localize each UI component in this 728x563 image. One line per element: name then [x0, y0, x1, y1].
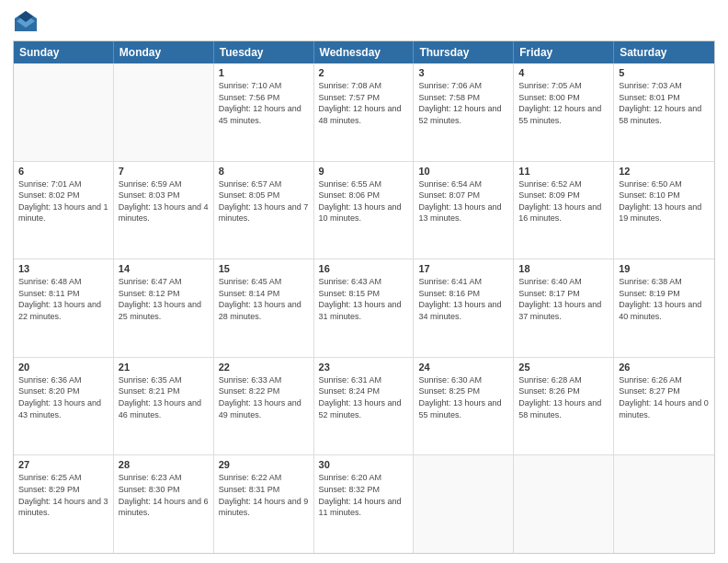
- day-number: 12: [619, 166, 710, 177]
- day-details: Sunrise: 6:26 AMSunset: 8:27 PMDaylight:…: [619, 374, 710, 420]
- day-details: Sunrise: 6:41 AMSunset: 8:16 PMDaylight:…: [418, 276, 508, 322]
- day-details: Sunrise: 6:55 AMSunset: 8:06 PMDaylight:…: [319, 178, 409, 224]
- day-number: 3: [418, 67, 508, 78]
- day-details: Sunrise: 7:01 AMSunset: 8:02 PMDaylight:…: [18, 178, 108, 224]
- day-number: 2: [319, 67, 409, 78]
- calendar-row-1: 1Sunrise: 7:10 AMSunset: 7:56 PMDaylight…: [14, 63, 714, 162]
- day-number: 4: [518, 67, 609, 78]
- day-number: 7: [119, 166, 209, 177]
- day-details: Sunrise: 7:06 AMSunset: 7:58 PMDaylight:…: [418, 80, 508, 126]
- day-details: Sunrise: 6:23 AMSunset: 8:30 PMDaylight:…: [119, 472, 209, 518]
- calendar: SundayMondayTuesdayWednesdayThursdayFrid…: [13, 40, 715, 554]
- day-cell-19: 19Sunrise: 6:38 AMSunset: 8:19 PMDayligh…: [614, 259, 714, 357]
- calendar-row-4: 20Sunrise: 6:36 AMSunset: 8:20 PMDayligh…: [14, 358, 714, 456]
- day-cell-12: 12Sunrise: 6:50 AMSunset: 8:10 PMDayligh…: [614, 162, 714, 259]
- day-number: 29: [219, 459, 309, 470]
- day-number: 16: [319, 263, 409, 274]
- day-number: 8: [219, 166, 309, 177]
- day-cell-28: 28Sunrise: 6:23 AMSunset: 8:30 PMDayligh…: [114, 455, 214, 553]
- day-number: 18: [518, 263, 609, 274]
- day-cell-9: 9Sunrise: 6:55 AMSunset: 8:06 PMDaylight…: [314, 162, 415, 259]
- day-cell-24: 24Sunrise: 6:30 AMSunset: 8:25 PMDayligh…: [414, 358, 514, 455]
- header-day-tuesday: Tuesday: [214, 41, 314, 63]
- header-day-friday: Friday: [514, 41, 614, 63]
- day-cell-27: 27Sunrise: 6:25 AMSunset: 8:29 PMDayligh…: [14, 455, 114, 553]
- day-number: 25: [518, 362, 609, 373]
- header-day-wednesday: Wednesday: [314, 41, 415, 63]
- day-number: 15: [219, 263, 309, 274]
- day-details: Sunrise: 6:57 AMSunset: 8:05 PMDaylight:…: [219, 178, 309, 224]
- day-cell-empty: [414, 455, 514, 553]
- day-details: Sunrise: 6:50 AMSunset: 8:10 PMDaylight:…: [619, 178, 710, 224]
- day-cell-26: 26Sunrise: 6:26 AMSunset: 8:27 PMDayligh…: [614, 358, 714, 455]
- day-cell-11: 11Sunrise: 6:52 AMSunset: 8:09 PMDayligh…: [514, 162, 614, 259]
- day-cell-empty: [514, 455, 614, 553]
- day-cell-2: 2Sunrise: 7:08 AMSunset: 7:57 PMDaylight…: [314, 63, 415, 161]
- day-cell-25: 25Sunrise: 6:28 AMSunset: 8:26 PMDayligh…: [514, 358, 614, 455]
- day-details: Sunrise: 6:43 AMSunset: 8:15 PMDaylight:…: [319, 276, 409, 322]
- day-details: Sunrise: 7:08 AMSunset: 7:57 PMDaylight:…: [319, 80, 409, 126]
- day-details: Sunrise: 6:22 AMSunset: 8:31 PMDaylight:…: [219, 472, 309, 518]
- day-cell-20: 20Sunrise: 6:36 AMSunset: 8:20 PMDayligh…: [14, 358, 114, 455]
- day-details: Sunrise: 7:10 AMSunset: 7:56 PMDaylight:…: [219, 80, 309, 126]
- day-cell-10: 10Sunrise: 6:54 AMSunset: 8:07 PMDayligh…: [414, 162, 514, 259]
- day-cell-21: 21Sunrise: 6:35 AMSunset: 8:21 PMDayligh…: [114, 358, 214, 455]
- day-details: Sunrise: 7:05 AMSunset: 8:00 PMDaylight:…: [518, 80, 609, 126]
- day-details: Sunrise: 6:38 AMSunset: 8:19 PMDaylight:…: [619, 276, 710, 322]
- day-cell-14: 14Sunrise: 6:47 AMSunset: 8:12 PMDayligh…: [114, 259, 214, 357]
- day-number: 11: [518, 166, 609, 177]
- day-number: 13: [18, 263, 108, 274]
- day-number: 10: [418, 166, 508, 177]
- day-cell-empty: [114, 63, 214, 161]
- day-cell-1: 1Sunrise: 7:10 AMSunset: 7:56 PMDaylight…: [214, 63, 314, 161]
- calendar-row-2: 6Sunrise: 7:01 AMSunset: 8:02 PMDaylight…: [14, 162, 714, 260]
- day-number: 23: [319, 362, 409, 373]
- day-cell-13: 13Sunrise: 6:48 AMSunset: 8:11 PMDayligh…: [14, 259, 114, 357]
- day-number: 26: [619, 362, 710, 373]
- day-details: Sunrise: 6:30 AMSunset: 8:25 PMDaylight:…: [418, 374, 508, 420]
- day-details: Sunrise: 6:25 AMSunset: 8:29 PMDaylight:…: [18, 472, 108, 518]
- day-number: 5: [619, 67, 710, 78]
- day-details: Sunrise: 6:40 AMSunset: 8:17 PMDaylight:…: [518, 276, 609, 322]
- calendar-row-5: 27Sunrise: 6:25 AMSunset: 8:29 PMDayligh…: [14, 455, 714, 553]
- day-cell-30: 30Sunrise: 6:20 AMSunset: 8:32 PMDayligh…: [314, 455, 415, 553]
- day-details: Sunrise: 6:45 AMSunset: 8:14 PMDaylight:…: [219, 276, 309, 322]
- day-number: 27: [18, 459, 108, 470]
- day-cell-7: 7Sunrise: 6:59 AMSunset: 8:03 PMDaylight…: [114, 162, 214, 259]
- day-details: Sunrise: 6:33 AMSunset: 8:22 PMDaylight:…: [219, 374, 309, 420]
- header-day-thursday: Thursday: [414, 41, 514, 63]
- day-details: Sunrise: 6:35 AMSunset: 8:21 PMDaylight:…: [119, 374, 209, 420]
- day-cell-empty: [614, 455, 714, 553]
- day-number: 22: [219, 362, 309, 373]
- day-cell-23: 23Sunrise: 6:31 AMSunset: 8:24 PMDayligh…: [314, 358, 415, 455]
- day-cell-6: 6Sunrise: 7:01 AMSunset: 8:02 PMDaylight…: [14, 162, 114, 259]
- day-cell-17: 17Sunrise: 6:41 AMSunset: 8:16 PMDayligh…: [414, 259, 514, 357]
- day-cell-3: 3Sunrise: 7:06 AMSunset: 7:58 PMDaylight…: [414, 63, 514, 161]
- header-day-monday: Monday: [114, 41, 214, 63]
- page: SundayMondayTuesdayWednesdayThursdayFrid…: [0, 0, 728, 563]
- day-cell-18: 18Sunrise: 6:40 AMSunset: 8:17 PMDayligh…: [514, 259, 614, 357]
- day-details: Sunrise: 6:48 AMSunset: 8:11 PMDaylight:…: [18, 276, 108, 322]
- day-number: 1: [219, 67, 309, 78]
- day-cell-22: 22Sunrise: 6:33 AMSunset: 8:22 PMDayligh…: [214, 358, 314, 455]
- day-number: 19: [619, 263, 710, 274]
- day-number: 21: [119, 362, 209, 373]
- day-cell-16: 16Sunrise: 6:43 AMSunset: 8:15 PMDayligh…: [314, 259, 415, 357]
- day-details: Sunrise: 7:03 AMSunset: 8:01 PMDaylight:…: [619, 80, 710, 126]
- day-number: 14: [119, 263, 209, 274]
- day-details: Sunrise: 6:36 AMSunset: 8:20 PMDaylight:…: [18, 374, 108, 420]
- day-number: 17: [418, 263, 508, 274]
- day-details: Sunrise: 6:59 AMSunset: 8:03 PMDaylight:…: [119, 178, 209, 224]
- day-number: 6: [18, 166, 108, 177]
- logo: [13, 9, 42, 35]
- day-details: Sunrise: 6:28 AMSunset: 8:26 PMDaylight:…: [518, 374, 609, 420]
- day-cell-4: 4Sunrise: 7:05 AMSunset: 8:00 PMDaylight…: [514, 63, 614, 161]
- day-details: Sunrise: 6:52 AMSunset: 8:09 PMDaylight:…: [518, 178, 609, 224]
- header-day-saturday: Saturday: [614, 41, 714, 63]
- calendar-body: 1Sunrise: 7:10 AMSunset: 7:56 PMDaylight…: [14, 63, 714, 553]
- header: [13, 9, 715, 35]
- day-cell-15: 15Sunrise: 6:45 AMSunset: 8:14 PMDayligh…: [214, 259, 314, 357]
- day-details: Sunrise: 6:31 AMSunset: 8:24 PMDaylight:…: [319, 374, 409, 420]
- day-cell-8: 8Sunrise: 6:57 AMSunset: 8:05 PMDaylight…: [214, 162, 314, 259]
- calendar-header-row: SundayMondayTuesdayWednesdayThursdayFrid…: [14, 41, 714, 63]
